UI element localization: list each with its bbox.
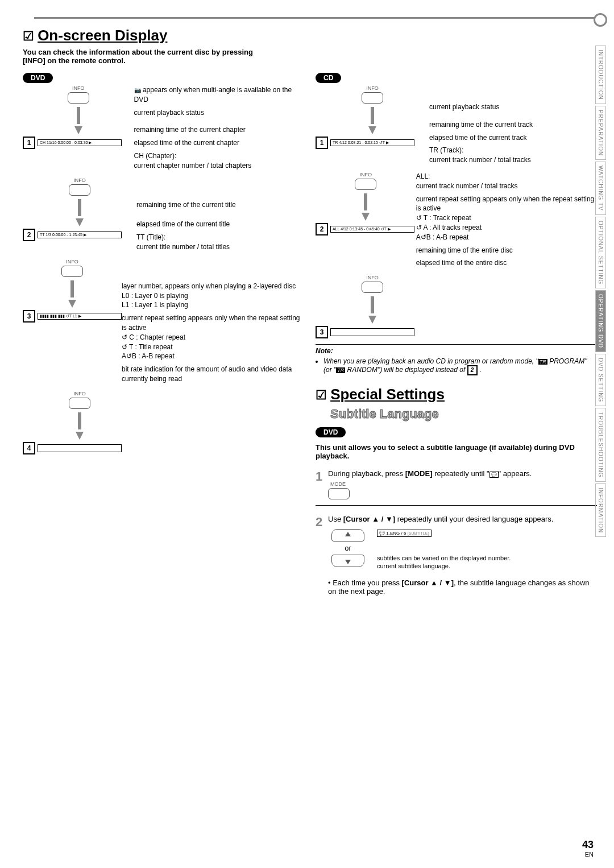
arrow-down-icon bbox=[74, 126, 82, 134]
desc-cd-repeat: current repeat setting appears only when… bbox=[416, 195, 595, 213]
desc-all-detail: current track number / total tracks bbox=[416, 182, 518, 190]
page-footer: 43 EN bbox=[582, 839, 594, 858]
tab-troubleshooting: TROUBLESHOOTING bbox=[595, 408, 606, 482]
cursor-up-button-icon bbox=[331, 529, 364, 542]
cd-badge: CD bbox=[316, 73, 341, 83]
page-lang: EN bbox=[582, 851, 594, 858]
desc-cd-rep-a: ↺ A : All tracks repeat bbox=[416, 224, 482, 232]
desc-tt-label: TT (Title): bbox=[136, 233, 165, 241]
s1-b: repeatedly until " bbox=[433, 469, 489, 478]
top-rule bbox=[34, 17, 597, 19]
tab-preparation: PREPARATION bbox=[595, 106, 606, 160]
step-1: 1 During playback, press [MODE] repeated… bbox=[316, 469, 597, 499]
arrow-stem bbox=[78, 199, 81, 216]
info-button-icon bbox=[362, 282, 383, 293]
info-button-icon bbox=[355, 179, 376, 190]
desc-tr-label: TR (Track): bbox=[429, 146, 463, 154]
columns: DVD INFO 1 CH 11/16 0:00:00 - 0:03:30 ▶ … bbox=[23, 71, 597, 596]
arrow-stem bbox=[364, 193, 367, 210]
mode-label: MODE bbox=[330, 481, 597, 487]
s2-key: [Cursor ▲ / ▼] bbox=[343, 515, 395, 523]
desc-multiangle: appears only when multi-angle is availab… bbox=[134, 86, 292, 104]
subtitle-icon: 💬 bbox=[489, 472, 499, 478]
sub-d2: current subtitles language. bbox=[377, 562, 511, 570]
desc-l1: L1 : Layer 1 is playing bbox=[122, 301, 188, 309]
cd-osd-bar-3 bbox=[330, 328, 414, 336]
arrow-stem bbox=[78, 412, 81, 429]
desc-rep-ab: A↺B : A-B repeat bbox=[122, 352, 175, 360]
note-d: . bbox=[480, 366, 482, 374]
s2-a: Use bbox=[328, 515, 343, 523]
arrow-down-icon bbox=[362, 213, 370, 221]
page-number: 43 bbox=[582, 839, 594, 850]
desc-cd-remain-track: remaining time of the current track bbox=[429, 120, 533, 130]
dvd-osd-bar-2: TT 1/3 0:00:00 - 1:23:45 ▶ bbox=[38, 232, 122, 238]
desc-remain-title: remaining time of the current title bbox=[136, 200, 236, 210]
desc-rep-c: ↺ C : Chapter repeat bbox=[122, 333, 185, 341]
tab-optional-setting: OPTIONAL SETTING bbox=[595, 217, 606, 288]
desc-bitrate: bit rate indication for the amount of au… bbox=[122, 365, 304, 384]
tail-a: Each time you press bbox=[333, 578, 401, 587]
note-box: Note: When you are playing back an audio… bbox=[316, 344, 597, 375]
note-c: RANDOM") will be displayed instead of bbox=[345, 366, 467, 374]
desc-cd-elapsed-track: elapsed time of the current track bbox=[429, 133, 533, 143]
subtitle-diagram: or 💬 1.ENG / 6 (SUBTITLE) subtitles can … bbox=[328, 528, 597, 571]
desc-l0: L0 : Layer 0 is playing bbox=[122, 292, 188, 300]
intro-pre: You can check the information about the … bbox=[23, 48, 253, 56]
info-button-icon bbox=[69, 184, 90, 196]
page: INTRODUCTION PREPARATION WATCHING TV OPT… bbox=[0, 0, 614, 868]
dvd-desc-3: layer number, appears only when playing … bbox=[122, 259, 304, 387]
step-box-4: 4 bbox=[23, 442, 35, 454]
desc-cd-playback: current playback status bbox=[429, 102, 533, 112]
step-box-3: 3 bbox=[23, 310, 35, 323]
subtitle-bar-text: 1.ENG / 6 bbox=[386, 531, 406, 536]
subtitle-osd-bar: 💬 1.ENG / 6 (SUBTITLE) bbox=[377, 530, 432, 537]
info-label: INFO bbox=[316, 275, 429, 280]
arrow-stem bbox=[77, 107, 80, 124]
s2-b: repeatedly until your desired language a… bbox=[395, 515, 553, 523]
or-text: or bbox=[328, 544, 368, 552]
info-label: INFO bbox=[23, 259, 122, 264]
s1-a: During playback, press bbox=[328, 469, 405, 478]
note-item: When you are playing back an audio CD in… bbox=[323, 357, 597, 375]
info-button-icon bbox=[68, 92, 89, 104]
cd-osd-bar-1: TR 4/12 0:03:21 - 0:02:15 ↺T ▶ bbox=[330, 139, 414, 146]
intro-post: on the remote control. bbox=[45, 56, 126, 65]
desc-elapsed-chapter: elapsed time of the current chapter bbox=[134, 138, 304, 148]
note-header: Note: bbox=[316, 347, 597, 355]
cd-column: CD INFO 1 TR 4/12 0:03:21 - 0:02:15 ↺T ▶… bbox=[316, 71, 597, 596]
cursor-down-button-icon bbox=[331, 555, 364, 567]
step-box-3: 3 bbox=[316, 326, 328, 338]
dvd-desc-1: 📷 appears only when multi-angle is avail… bbox=[134, 85, 304, 174]
desc-cd-rep-t: ↺ T : Track repeat bbox=[416, 214, 471, 222]
tab-introduction: INTRODUCTION bbox=[595, 46, 606, 104]
tab-watching-tv: WATCHING TV bbox=[595, 162, 606, 215]
arrow-stem bbox=[371, 107, 374, 124]
divider bbox=[316, 505, 597, 506]
dvd-column: DVD INFO 1 CH 11/16 0:00:00 - 0:03:30 ▶ … bbox=[23, 71, 304, 457]
desc-ch-detail: current chapter number / total chapters bbox=[134, 162, 252, 170]
info-label: INFO bbox=[23, 391, 136, 396]
desc-rep-t: ↺ T : Title repeat bbox=[122, 343, 173, 351]
dvd-desc-2: remaining time of the current title elap… bbox=[136, 177, 236, 255]
step-box-2: 2 bbox=[23, 229, 35, 241]
section-special-title-text: Special Settings bbox=[330, 386, 445, 403]
dvd-badge: DVD bbox=[23, 73, 53, 83]
desc-cd-elapsed-disc: elapsed time of the entire disc bbox=[416, 258, 597, 268]
step-box-2: 2 bbox=[316, 223, 328, 235]
intro-text: You can check the information about the … bbox=[23, 48, 273, 65]
dvd-badge-2: DVD bbox=[316, 427, 346, 437]
tr-chip-icon: TR bbox=[336, 367, 345, 373]
step-box-1: 1 bbox=[316, 137, 328, 149]
step-number-2: 2 bbox=[316, 515, 328, 530]
arrow-stem bbox=[371, 296, 374, 313]
arrow-down-icon bbox=[76, 432, 84, 440]
tab-dvd-setting: DVD SETTING bbox=[595, 354, 606, 406]
arrow-down-icon bbox=[76, 218, 84, 226]
desc-elapsed-title: elapsed time of the current title bbox=[136, 220, 236, 229]
sub-d1: subtitles can be varied on the displayed… bbox=[377, 554, 511, 562]
subtitle-body: This unit allows you to select a subtitl… bbox=[316, 443, 597, 460]
cd-desc-1: current playback status remaining time o… bbox=[429, 85, 533, 168]
dvd-osd-bar-1: CH 11/16 0:00:00 - 0:03:30 ▶ bbox=[38, 139, 122, 146]
tab-information: INFORMATION bbox=[595, 483, 606, 537]
